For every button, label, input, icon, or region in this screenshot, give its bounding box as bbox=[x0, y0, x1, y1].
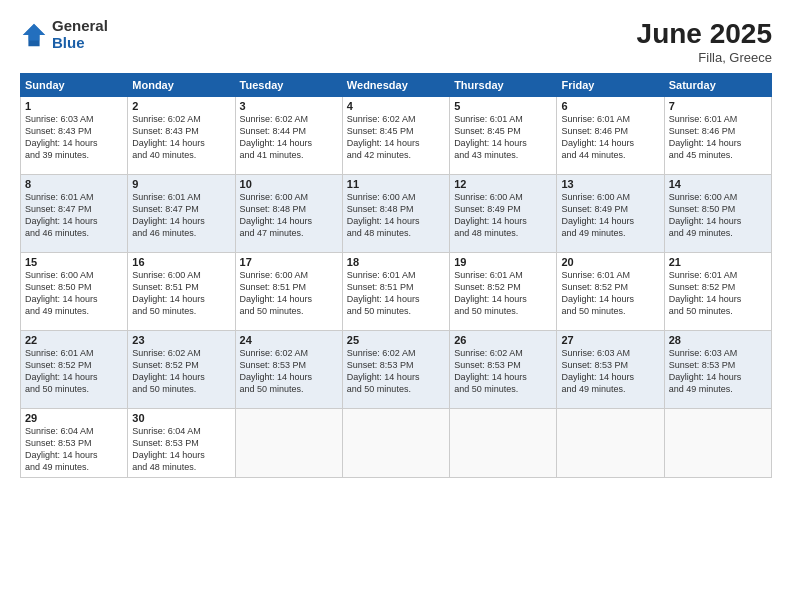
day-info: Sunrise: 6:00 AM Sunset: 8:50 PM Dayligh… bbox=[25, 269, 123, 318]
calendar-header-row: SundayMondayTuesdayWednesdayThursdayFrid… bbox=[21, 74, 772, 97]
calendar-cell: 15Sunrise: 6:00 AM Sunset: 8:50 PM Dayli… bbox=[21, 253, 128, 331]
header: General Blue June 2025 Filla, Greece bbox=[20, 18, 772, 65]
calendar-col-header: Thursday bbox=[450, 74, 557, 97]
month-year: June 2025 bbox=[637, 18, 772, 50]
logo-icon bbox=[20, 21, 48, 49]
calendar-cell: 2Sunrise: 6:02 AM Sunset: 8:43 PM Daylig… bbox=[128, 97, 235, 175]
day-number: 4 bbox=[347, 100, 445, 112]
calendar-cell: 29Sunrise: 6:04 AM Sunset: 8:53 PM Dayli… bbox=[21, 409, 128, 478]
day-number: 10 bbox=[240, 178, 338, 190]
day-number: 9 bbox=[132, 178, 230, 190]
location: Filla, Greece bbox=[637, 50, 772, 65]
calendar-cell: 23Sunrise: 6:02 AM Sunset: 8:52 PM Dayli… bbox=[128, 331, 235, 409]
logo-text: General Blue bbox=[52, 18, 108, 51]
day-info: Sunrise: 6:00 AM Sunset: 8:51 PM Dayligh… bbox=[240, 269, 338, 318]
day-number: 13 bbox=[561, 178, 659, 190]
calendar-cell: 4Sunrise: 6:02 AM Sunset: 8:45 PM Daylig… bbox=[342, 97, 449, 175]
day-number: 21 bbox=[669, 256, 767, 268]
day-info: Sunrise: 6:01 AM Sunset: 8:52 PM Dayligh… bbox=[454, 269, 552, 318]
calendar-cell bbox=[557, 409, 664, 478]
day-info: Sunrise: 6:03 AM Sunset: 8:43 PM Dayligh… bbox=[25, 113, 123, 162]
calendar-cell bbox=[450, 409, 557, 478]
calendar-cell bbox=[342, 409, 449, 478]
calendar-col-header: Sunday bbox=[21, 74, 128, 97]
day-number: 26 bbox=[454, 334, 552, 346]
calendar-cell: 3Sunrise: 6:02 AM Sunset: 8:44 PM Daylig… bbox=[235, 97, 342, 175]
day-info: Sunrise: 6:02 AM Sunset: 8:44 PM Dayligh… bbox=[240, 113, 338, 162]
calendar-cell bbox=[664, 409, 771, 478]
calendar-cell bbox=[235, 409, 342, 478]
calendar-cell: 11Sunrise: 6:00 AM Sunset: 8:48 PM Dayli… bbox=[342, 175, 449, 253]
calendar-table: SundayMondayTuesdayWednesdayThursdayFrid… bbox=[20, 73, 772, 478]
day-number: 3 bbox=[240, 100, 338, 112]
calendar-cell: 18Sunrise: 6:01 AM Sunset: 8:51 PM Dayli… bbox=[342, 253, 449, 331]
calendar-week-row: 1Sunrise: 6:03 AM Sunset: 8:43 PM Daylig… bbox=[21, 97, 772, 175]
day-info: Sunrise: 6:04 AM Sunset: 8:53 PM Dayligh… bbox=[132, 425, 230, 474]
logo-blue: Blue bbox=[52, 35, 108, 52]
day-number: 8 bbox=[25, 178, 123, 190]
day-info: Sunrise: 6:00 AM Sunset: 8:48 PM Dayligh… bbox=[240, 191, 338, 240]
day-info: Sunrise: 6:02 AM Sunset: 8:53 PM Dayligh… bbox=[454, 347, 552, 396]
day-number: 27 bbox=[561, 334, 659, 346]
calendar-col-header: Monday bbox=[128, 74, 235, 97]
logo-general: General bbox=[52, 18, 108, 35]
day-number: 29 bbox=[25, 412, 123, 424]
day-info: Sunrise: 6:02 AM Sunset: 8:53 PM Dayligh… bbox=[347, 347, 445, 396]
day-number: 12 bbox=[454, 178, 552, 190]
calendar-week-row: 22Sunrise: 6:01 AM Sunset: 8:52 PM Dayli… bbox=[21, 331, 772, 409]
calendar-cell: 24Sunrise: 6:02 AM Sunset: 8:53 PM Dayli… bbox=[235, 331, 342, 409]
day-info: Sunrise: 6:02 AM Sunset: 8:52 PM Dayligh… bbox=[132, 347, 230, 396]
calendar-cell: 19Sunrise: 6:01 AM Sunset: 8:52 PM Dayli… bbox=[450, 253, 557, 331]
calendar-cell: 10Sunrise: 6:00 AM Sunset: 8:48 PM Dayli… bbox=[235, 175, 342, 253]
day-info: Sunrise: 6:02 AM Sunset: 8:45 PM Dayligh… bbox=[347, 113, 445, 162]
day-info: Sunrise: 6:00 AM Sunset: 8:50 PM Dayligh… bbox=[669, 191, 767, 240]
day-info: Sunrise: 6:04 AM Sunset: 8:53 PM Dayligh… bbox=[25, 425, 123, 474]
calendar-col-header: Wednesday bbox=[342, 74, 449, 97]
calendar-cell: 6Sunrise: 6:01 AM Sunset: 8:46 PM Daylig… bbox=[557, 97, 664, 175]
svg-marker-1 bbox=[23, 23, 45, 40]
calendar-week-row: 8Sunrise: 6:01 AM Sunset: 8:47 PM Daylig… bbox=[21, 175, 772, 253]
calendar-cell: 21Sunrise: 6:01 AM Sunset: 8:52 PM Dayli… bbox=[664, 253, 771, 331]
page: General Blue June 2025 Filla, Greece Sun… bbox=[0, 0, 792, 612]
day-info: Sunrise: 6:01 AM Sunset: 8:52 PM Dayligh… bbox=[25, 347, 123, 396]
day-number: 18 bbox=[347, 256, 445, 268]
day-number: 7 bbox=[669, 100, 767, 112]
day-info: Sunrise: 6:01 AM Sunset: 8:47 PM Dayligh… bbox=[132, 191, 230, 240]
day-number: 2 bbox=[132, 100, 230, 112]
calendar-cell: 8Sunrise: 6:01 AM Sunset: 8:47 PM Daylig… bbox=[21, 175, 128, 253]
day-info: Sunrise: 6:03 AM Sunset: 8:53 PM Dayligh… bbox=[669, 347, 767, 396]
day-info: Sunrise: 6:01 AM Sunset: 8:47 PM Dayligh… bbox=[25, 191, 123, 240]
day-number: 28 bbox=[669, 334, 767, 346]
day-info: Sunrise: 6:01 AM Sunset: 8:51 PM Dayligh… bbox=[347, 269, 445, 318]
day-number: 14 bbox=[669, 178, 767, 190]
day-info: Sunrise: 6:03 AM Sunset: 8:53 PM Dayligh… bbox=[561, 347, 659, 396]
day-number: 11 bbox=[347, 178, 445, 190]
calendar-cell: 5Sunrise: 6:01 AM Sunset: 8:45 PM Daylig… bbox=[450, 97, 557, 175]
day-info: Sunrise: 6:01 AM Sunset: 8:45 PM Dayligh… bbox=[454, 113, 552, 162]
day-info: Sunrise: 6:00 AM Sunset: 8:51 PM Dayligh… bbox=[132, 269, 230, 318]
calendar-cell: 16Sunrise: 6:00 AM Sunset: 8:51 PM Dayli… bbox=[128, 253, 235, 331]
calendar-cell: 27Sunrise: 6:03 AM Sunset: 8:53 PM Dayli… bbox=[557, 331, 664, 409]
day-info: Sunrise: 6:02 AM Sunset: 8:43 PM Dayligh… bbox=[132, 113, 230, 162]
day-number: 16 bbox=[132, 256, 230, 268]
day-number: 25 bbox=[347, 334, 445, 346]
day-number: 15 bbox=[25, 256, 123, 268]
calendar-cell: 28Sunrise: 6:03 AM Sunset: 8:53 PM Dayli… bbox=[664, 331, 771, 409]
day-info: Sunrise: 6:01 AM Sunset: 8:46 PM Dayligh… bbox=[669, 113, 767, 162]
day-info: Sunrise: 6:01 AM Sunset: 8:52 PM Dayligh… bbox=[561, 269, 659, 318]
day-number: 22 bbox=[25, 334, 123, 346]
calendar-cell: 17Sunrise: 6:00 AM Sunset: 8:51 PM Dayli… bbox=[235, 253, 342, 331]
day-number: 6 bbox=[561, 100, 659, 112]
day-info: Sunrise: 6:01 AM Sunset: 8:46 PM Dayligh… bbox=[561, 113, 659, 162]
title-block: June 2025 Filla, Greece bbox=[637, 18, 772, 65]
day-info: Sunrise: 6:00 AM Sunset: 8:49 PM Dayligh… bbox=[561, 191, 659, 240]
calendar-cell: 30Sunrise: 6:04 AM Sunset: 8:53 PM Dayli… bbox=[128, 409, 235, 478]
calendar-cell: 13Sunrise: 6:00 AM Sunset: 8:49 PM Dayli… bbox=[557, 175, 664, 253]
calendar-cell: 9Sunrise: 6:01 AM Sunset: 8:47 PM Daylig… bbox=[128, 175, 235, 253]
calendar-cell: 1Sunrise: 6:03 AM Sunset: 8:43 PM Daylig… bbox=[21, 97, 128, 175]
day-info: Sunrise: 6:02 AM Sunset: 8:53 PM Dayligh… bbox=[240, 347, 338, 396]
day-number: 23 bbox=[132, 334, 230, 346]
calendar-col-header: Tuesday bbox=[235, 74, 342, 97]
calendar-cell: 20Sunrise: 6:01 AM Sunset: 8:52 PM Dayli… bbox=[557, 253, 664, 331]
calendar-col-header: Saturday bbox=[664, 74, 771, 97]
